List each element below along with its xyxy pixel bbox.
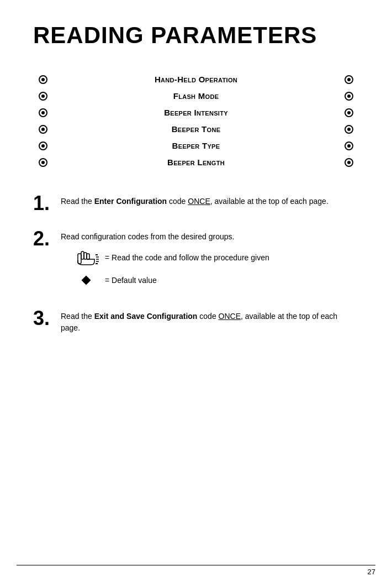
radio-icon-right — [345, 141, 353, 150]
radio-icon-left — [39, 125, 47, 134]
radio-icon-left — [39, 158, 47, 167]
menu-radio-left — [33, 120, 53, 137]
sub-item-hand: = Read the code and follow the procedure… — [72, 249, 359, 267]
once-label-3: ONCE — [219, 312, 241, 321]
menu-radio-right — [339, 71, 359, 87]
hand-icon-label: = Read the code and follow the procedure… — [105, 252, 269, 264]
radio-icon-right — [345, 75, 353, 84]
step-2-content: Read configuration codes from the desire… — [61, 228, 359, 294]
sub-items: = Read the code and follow the procedure… — [72, 249, 359, 286]
page-container: READING PARAMETERS Hand-Held OperationFl… — [0, 0, 392, 587]
menu-item-label: Hand-Held Operation — [53, 71, 339, 87]
page-number: 27 — [368, 568, 375, 576]
menu-row: Beeper Type — [33, 137, 359, 154]
step-3-content: Read the Exit and Save Configuration cod… — [61, 307, 359, 334]
svg-rect-3 — [87, 254, 89, 259]
menu-item-label: Beeper Type — [53, 137, 339, 154]
menu-radio-left — [33, 71, 53, 87]
exit-config-label: Exit and Save Configuration — [94, 312, 198, 321]
radio-icon-left — [39, 141, 47, 150]
radio-icon-right — [345, 92, 353, 101]
diamond-icon-container — [72, 277, 105, 284]
menu-radio-left — [33, 87, 53, 104]
menu-radio-right — [339, 137, 359, 154]
menu-row: Beeper Length — [33, 154, 359, 170]
diamond-icon-label: = Default value — [105, 275, 157, 286]
menu-radio-left — [33, 154, 53, 170]
hand-icon-container — [72, 249, 105, 267]
sub-item-diamond: = Default value — [72, 275, 359, 286]
step-3: 3. Read the Exit and Save Configuration … — [33, 307, 359, 334]
menu-item-label: Beeper Tone — [53, 120, 339, 137]
steps-section: 1. Read the Enter Configuration code ONC… — [33, 192, 359, 334]
menu-row: Beeper Intensity — [33, 104, 359, 120]
step-1-content: Read the Enter Configuration code ONCE, … — [61, 192, 359, 207]
menu-item-label: Beeper Length — [53, 154, 339, 170]
step-2-number: 2. — [33, 228, 61, 250]
menu-radio-left — [33, 137, 53, 154]
menu-radio-left — [33, 104, 53, 120]
diamond-icon — [82, 276, 91, 285]
radio-icon-left — [39, 92, 47, 101]
menu-radio-right — [339, 87, 359, 104]
radio-icon-left — [39, 75, 47, 84]
radio-icon-right — [345, 125, 353, 134]
enter-config-label: Enter Configuration — [94, 197, 167, 206]
menu-row: Beeper Tone — [33, 120, 359, 137]
step-1: 1. Read the Enter Configuration code ONC… — [33, 192, 359, 214]
step-2-intro: Read configuration codes from the desire… — [61, 232, 234, 241]
menu-item-label: Beeper Intensity — [53, 104, 339, 120]
menu-radio-right — [339, 154, 359, 170]
page-title: READING PARAMETERS — [33, 22, 359, 49]
menu-item-label: Flash Mode — [53, 87, 339, 104]
svg-rect-0 — [78, 254, 81, 264]
step-2: 2. Read configuration codes from the des… — [33, 228, 359, 294]
radio-icon-right — [345, 158, 353, 167]
hand-read-icon — [77, 249, 100, 267]
menu-table: Hand-Held OperationFlash ModeBeeper Inte… — [33, 71, 359, 170]
page-footer: 27 — [17, 565, 375, 576]
radio-icon-right — [345, 108, 353, 117]
menu-radio-right — [339, 120, 359, 137]
once-label-1: ONCE — [188, 197, 210, 206]
menu-radio-right — [339, 104, 359, 120]
step-3-number: 3. — [33, 307, 61, 329]
menu-row: Flash Mode — [33, 87, 359, 104]
radio-icon-left — [39, 108, 47, 117]
step-1-number: 1. — [33, 192, 61, 214]
menu-row: Hand-Held Operation — [33, 71, 359, 87]
